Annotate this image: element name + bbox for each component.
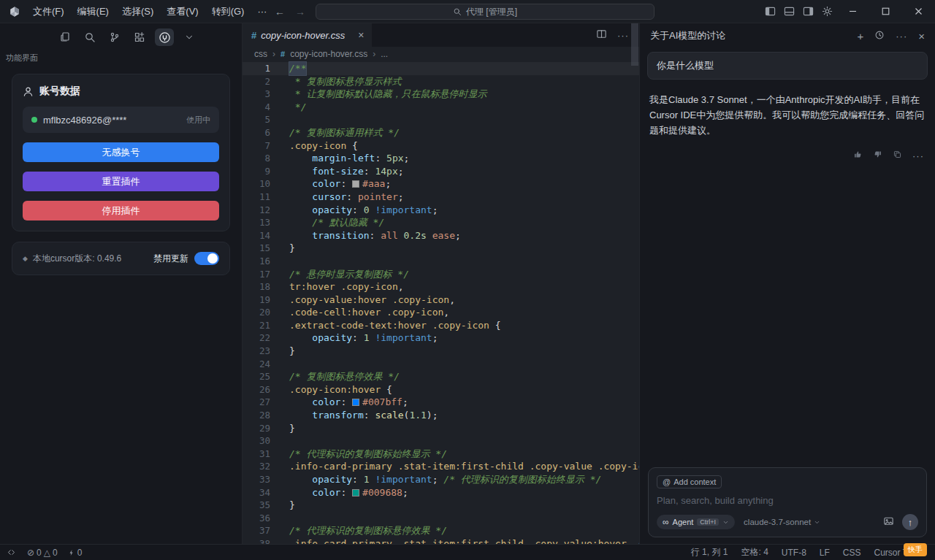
attach-image-icon[interactable] xyxy=(883,515,894,529)
eol-sequence[interactable]: LF xyxy=(813,548,836,558)
code-line[interactable]: 20.code-cell:hover .copy-icon, xyxy=(243,306,639,319)
menu-view[interactable]: 查看(V) xyxy=(160,0,205,23)
code-line[interactable]: 4 */ xyxy=(243,101,639,114)
code-line[interactable]: 38.info-card-primary .stat-item:first-ch… xyxy=(243,537,639,544)
code-line[interactable]: 31/* 代理标识的复制图标始终显示 */ xyxy=(243,448,639,461)
code-line[interactable]: 30 xyxy=(243,434,639,448)
send-button[interactable]: ↑ xyxy=(902,514,918,530)
code-line[interactable]: 11 cursor: pointer; xyxy=(243,191,639,204)
code-line[interactable]: 9 font-size: 14px; xyxy=(243,165,639,178)
window-maximize-icon[interactable] xyxy=(869,0,902,23)
indentation[interactable]: 空格: 4 xyxy=(734,546,774,559)
chat-more-icon[interactable]: ··· xyxy=(896,31,907,42)
switch-account-button[interactable]: 无感换号 xyxy=(23,142,219,162)
chat-close-icon[interactable]: × xyxy=(918,30,925,42)
thumbs-down-icon[interactable] xyxy=(873,149,882,162)
model-selector[interactable]: claude-3.7-sonnet xyxy=(744,518,820,526)
disable-update-toggle[interactable] xyxy=(194,252,219,265)
thumbs-up-icon[interactable] xyxy=(853,149,863,162)
code-line[interactable]: 25/* 复制图标悬停效果 */ xyxy=(243,370,639,383)
window-close-icon[interactable] xyxy=(902,0,935,23)
code-line[interactable]: 17/* 悬停时显示复制图标 */ xyxy=(243,268,639,281)
settings-gear-icon[interactable] xyxy=(817,0,836,23)
code-line[interactable]: 5 xyxy=(243,113,639,126)
account-email-row[interactable]: mflbzc486926@**** 使用中 xyxy=(23,107,219,133)
code-line[interactable]: 14 transition: all 0.2s ease; xyxy=(243,229,639,242)
nav-forward-icon[interactable]: → xyxy=(295,6,305,18)
encoding[interactable]: UTF-8 xyxy=(775,548,813,558)
code-line[interactable]: 22 opacity: 1 !important; xyxy=(243,331,639,345)
menu-overflow-icon[interactable]: ··· xyxy=(251,0,273,23)
chat-history-icon[interactable] xyxy=(874,30,885,42)
search-view-icon[interactable] xyxy=(80,28,99,46)
code-line[interactable]: 27 color: #007bff; xyxy=(243,396,639,409)
chat-input-placeholder[interactable]: Plan, search, build anything xyxy=(657,495,918,506)
remote-indicator-icon[interactable] xyxy=(0,545,22,560)
code-line[interactable]: 3 * 让复制图标默认隐藏，只在鼠标悬停时显示 xyxy=(243,88,639,101)
split-editor-icon[interactable] xyxy=(596,28,607,42)
breadcrumb-symbol[interactable]: ... xyxy=(381,49,388,59)
color-swatch[interactable] xyxy=(352,180,359,188)
code-line[interactable]: 28 transform: scale(1.1); xyxy=(243,409,639,422)
chat-input-box[interactable]: @ Add context Plan, search, build anythi… xyxy=(648,467,927,537)
cursor-position[interactable]: 行 1, 列 1 xyxy=(684,546,735,559)
code-line[interactable]: 24 xyxy=(243,358,639,371)
tab-copy-icon-hover[interactable]: # copy-icon-hover.css × xyxy=(243,23,372,47)
menu-selection[interactable]: 选择(S) xyxy=(115,0,160,23)
code-line[interactable]: 2 * 复制图标悬停显示样式 xyxy=(243,75,639,88)
code-line[interactable]: 34 color: #009688; xyxy=(243,486,639,499)
code-line[interactable]: 16 xyxy=(243,255,639,268)
chevron-down-icon[interactable] xyxy=(180,28,199,46)
code-line[interactable]: 10 color: #aaa; xyxy=(243,177,639,191)
language-mode[interactable]: CSS xyxy=(836,548,868,558)
code-line[interactable]: 6/* 复制图标通用样式 */ xyxy=(243,126,639,139)
code-line[interactable]: 32.info-card-primary .stat-item:first-ch… xyxy=(243,460,639,473)
tab-close-icon[interactable]: × xyxy=(358,29,364,41)
code-line[interactable]: 18tr:hover .copy-icon, xyxy=(243,280,639,294)
message-more-icon[interactable]: ··· xyxy=(912,150,924,161)
code-area[interactable]: 1/**2 * 复制图标悬停显示样式3 * 让复制图标默认隐藏，只在鼠标悬停时显… xyxy=(243,61,639,544)
code-line[interactable]: 19.copy-value:hover .copy-icon, xyxy=(243,294,639,307)
plugin-panel-icon[interactable] xyxy=(155,28,174,46)
code-line[interactable]: 7.copy-icon { xyxy=(243,139,639,153)
editor-scrollbar[interactable] xyxy=(631,23,638,66)
agent-mode-selector[interactable]: ∞ Agent Ctrl+I xyxy=(657,515,735,529)
code-line[interactable]: 33 opacity: 1 !important; /* 代理标识的复制图标始终… xyxy=(243,473,639,486)
editor-more-icon[interactable]: ··· xyxy=(617,30,629,41)
code-line[interactable]: 23} xyxy=(243,345,639,358)
color-swatch[interactable] xyxy=(352,399,359,406)
breadcrumb-folder[interactable]: css xyxy=(254,49,267,59)
source-control-icon[interactable] xyxy=(105,28,124,46)
menu-edit[interactable]: 编辑(E) xyxy=(71,0,115,23)
toggle-bottom-panel-icon[interactable] xyxy=(779,0,798,23)
command-search-box[interactable]: 代理 [管理员] xyxy=(316,4,654,20)
extensions-icon[interactable] xyxy=(130,28,149,46)
explorer-icon[interactable] xyxy=(56,28,75,46)
window-minimize-icon[interactable] xyxy=(836,0,869,23)
toggle-right-sidebar-icon[interactable] xyxy=(798,0,817,23)
breadcrumb-file[interactable]: copy-icon-hover.css xyxy=(290,49,367,59)
reset-plugin-button[interactable]: 重置插件 xyxy=(23,172,219,191)
add-context-chip[interactable]: @ Add context xyxy=(657,475,722,488)
extra-indicator[interactable]: 0 xyxy=(63,545,88,560)
color-swatch[interactable] xyxy=(352,489,359,496)
code-line[interactable]: 21.extract-code-text:hover .copy-icon { xyxy=(243,319,639,332)
disable-plugin-button[interactable]: 停用插件 xyxy=(23,201,219,220)
menu-goto[interactable]: 转到(G) xyxy=(205,0,251,23)
code-line[interactable]: 1/** xyxy=(243,62,639,75)
problems-indicator[interactable]: ⊘ 0 △ 0 xyxy=(22,545,63,560)
code-line[interactable]: 37/* 代理标识的复制图标悬停效果 */ xyxy=(243,524,639,537)
code-line[interactable]: 29} xyxy=(243,422,639,435)
code-line[interactable]: 13 /* 默认隐藏 */ xyxy=(243,216,639,229)
code-line[interactable]: 36 xyxy=(243,512,639,525)
code-line[interactable]: 26.copy-icon:hover { xyxy=(243,383,639,396)
menu-file[interactable]: 文件(F) xyxy=(26,0,71,23)
copy-message-icon[interactable] xyxy=(893,149,902,162)
new-chat-icon[interactable]: + xyxy=(857,30,863,42)
toggle-left-sidebar-icon[interactable] xyxy=(760,0,779,23)
code-line[interactable]: 12 opacity: 0 !important; xyxy=(243,204,639,217)
code-line[interactable]: 15} xyxy=(243,242,639,255)
nav-back-icon[interactable]: ← xyxy=(275,6,285,18)
code-line[interactable]: 8 margin-left: 5px; xyxy=(243,152,639,165)
code-line[interactable]: 35} xyxy=(243,499,639,512)
